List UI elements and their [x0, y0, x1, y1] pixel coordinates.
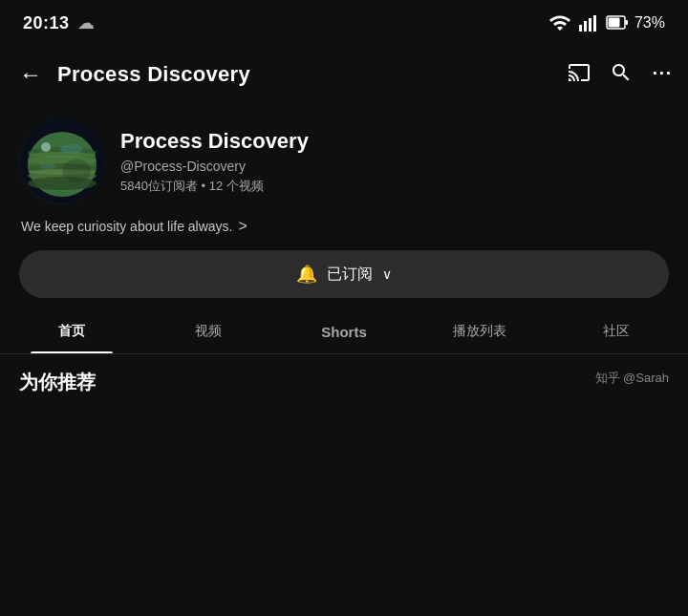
- channel-avatar: [19, 118, 105, 204]
- tab-home[interactable]: 首页: [4, 309, 140, 353]
- cast-icon: [568, 61, 591, 84]
- channel-description[interactable]: We keep curiosity about life always. >: [19, 218, 669, 235]
- svg-rect-0: [579, 25, 582, 32]
- nav-icons: ⋮: [568, 61, 673, 88]
- search-icon: [610, 61, 633, 84]
- battery-icon: [606, 11, 629, 34]
- channel-stats: 5840位订阅者 • 12 个视频: [120, 178, 669, 195]
- cloud-icon: ☁: [77, 12, 95, 33]
- svg-rect-1: [584, 21, 587, 32]
- svg-point-17: [41, 142, 51, 152]
- top-nav: ← Process Discovery ⋮: [0, 46, 688, 103]
- svg-rect-3: [593, 15, 596, 32]
- svg-point-18: [60, 144, 83, 154]
- channel-info: Process Discovery @Process-Discovery 584…: [120, 128, 669, 196]
- back-button[interactable]: ←: [15, 57, 46, 92]
- description-arrow: >: [239, 218, 247, 235]
- wifi-icon: [548, 11, 571, 34]
- svg-point-20: [62, 159, 91, 182]
- subscribe-label: 已订阅: [327, 265, 373, 285]
- signal-icon: [577, 11, 600, 34]
- tab-playlists[interactable]: 播放列表: [412, 309, 548, 353]
- bell-icon: 🔔: [296, 264, 317, 285]
- more-button[interactable]: ⋮: [651, 64, 674, 85]
- channel-name: Process Discovery: [120, 128, 669, 156]
- planet-image: [19, 118, 105, 204]
- svg-rect-5: [625, 20, 628, 25]
- tab-shorts[interactable]: Shorts: [276, 310, 412, 353]
- status-bar: 20:13 ☁ 73%: [0, 0, 688, 46]
- svg-point-19: [40, 163, 55, 169]
- description-text: We keep curiosity about life always.: [21, 219, 233, 234]
- status-time: 20:13: [23, 13, 70, 33]
- bottom-section: 为你推荐 知乎 @Sarah: [0, 354, 688, 403]
- channel-handle: @Process-Discovery: [120, 159, 669, 174]
- tab-videos[interactable]: 视频: [140, 309, 275, 353]
- channel-section: Process Discovery @Process-Discovery 584…: [0, 103, 688, 309]
- status-right: 73%: [548, 11, 665, 34]
- tabs-container: 首页 视频 Shorts 播放列表 社区: [0, 309, 688, 354]
- nav-title: Process Discovery: [57, 62, 556, 87]
- channel-header: Process Discovery @Process-Discovery 584…: [19, 118, 669, 204]
- subscribe-button[interactable]: 🔔 已订阅 ∨: [19, 250, 669, 298]
- search-button[interactable]: [610, 61, 633, 88]
- cast-button[interactable]: [568, 61, 591, 88]
- svg-rect-2: [589, 18, 591, 32]
- recommended-title: 为你推荐: [19, 370, 96, 395]
- chevron-down-icon: ∨: [382, 266, 392, 282]
- svg-rect-6: [608, 18, 619, 28]
- svg-point-15: [29, 152, 96, 158]
- tab-community[interactable]: 社区: [548, 309, 684, 353]
- watermark: 知乎 @Sarah: [595, 370, 670, 387]
- battery-percent: 73%: [634, 14, 665, 32]
- status-left: 20:13 ☁: [23, 12, 95, 33]
